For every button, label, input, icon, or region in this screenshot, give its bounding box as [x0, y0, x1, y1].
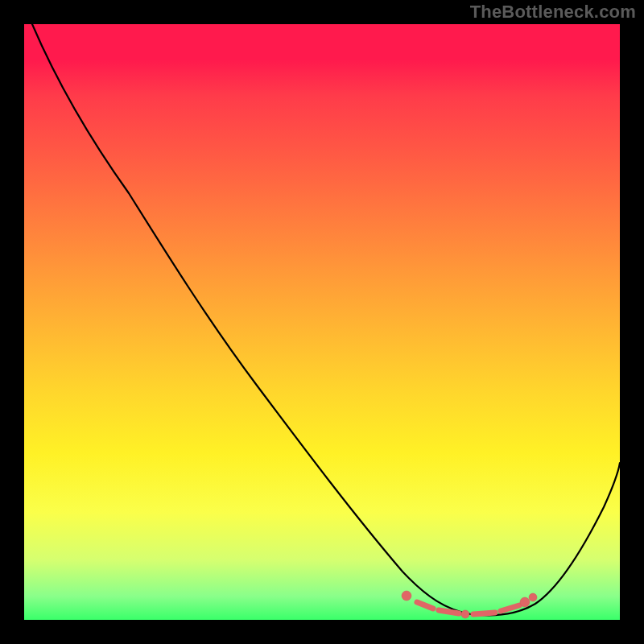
marker-dot	[402, 591, 411, 601]
watermark-text: TheBottleneck.com	[470, 2, 636, 23]
marker-dot	[529, 593, 537, 601]
bottleneck-curve	[32, 24, 620, 615]
chart-container: TheBottleneck.com	[0, 0, 644, 644]
marker-dot	[520, 597, 530, 607]
optimal-zone-markers	[402, 591, 537, 618]
marker-dash	[439, 610, 459, 613]
marker-dash	[501, 605, 519, 611]
marker-dash	[417, 602, 433, 609]
curve-layer	[24, 24, 620, 620]
marker-dot	[461, 610, 469, 618]
plot-area	[24, 24, 620, 620]
marker-dash	[473, 613, 495, 614]
